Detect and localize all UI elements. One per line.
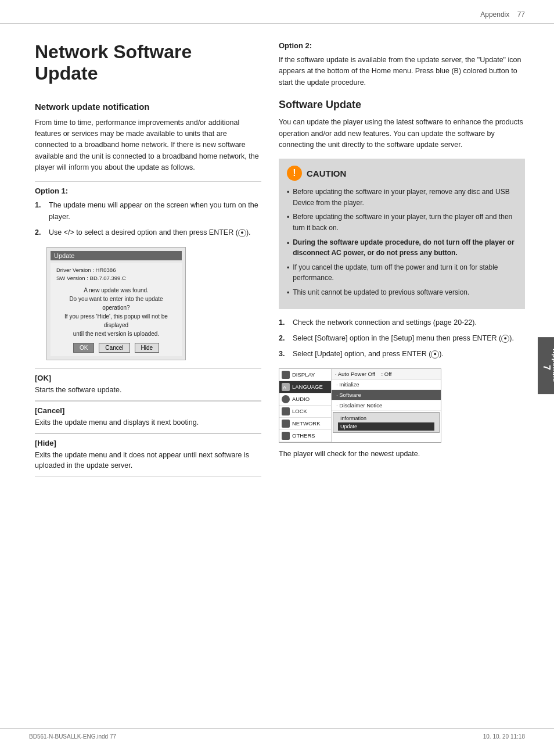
step-text: Use </> to select a desired option and t…	[49, 227, 251, 238]
caution-icon: !	[287, 166, 302, 181]
menu-audio: AUDIO	[279, 393, 331, 406]
side-tab-number: 7	[541, 353, 552, 382]
menu-label: DISPLAY	[292, 371, 315, 378]
right-column: Option 2: If the software update is avai…	[279, 41, 525, 476]
software-update-section: Software Update You can update the playe…	[279, 96, 525, 151]
menu-others: OTHERS	[279, 430, 331, 442]
enter-icon: ●	[431, 350, 439, 359]
menu-lock: LOCK	[279, 406, 331, 418]
option1-steps: 1. The update menu will appear on the sc…	[35, 200, 261, 238]
header-text: Appendix 77	[480, 10, 525, 19]
step-text: Select [Update] option, and press ENTER …	[293, 349, 444, 360]
menu-network: NETWORK	[279, 418, 331, 430]
caution-box: ! CAUTION • Before updating the software…	[279, 159, 525, 309]
setup-left-menu: DISPLAY A LANGUAGE AUDIO	[279, 369, 332, 442]
option1-step1: 1. The update menu will appear on the sc…	[35, 200, 261, 223]
caution-text: Before updating the software in your pla…	[293, 212, 517, 233]
submenu-software: · Software	[332, 390, 441, 400]
left-column: Network SoftwareUpdate Network update no…	[35, 41, 261, 476]
side-tab-label: Appendix	[552, 349, 554, 382]
update-dialog: Update Driver Version : HR0386 SW Versio…	[46, 247, 186, 361]
bullet-icon: •	[287, 212, 289, 233]
right-step-3: 3. Select [Update] option, and press ENT…	[279, 349, 525, 360]
ok-desc: Starts the software update.	[35, 385, 261, 396]
option2-heading: Option 2:	[279, 41, 525, 50]
software-update-heading: Software Update	[279, 96, 525, 111]
caution-item-1: • Before updating the software in your p…	[287, 187, 517, 208]
page-header: Appendix 77	[0, 0, 554, 24]
bullet-icon: •	[287, 238, 289, 259]
dialog-version1: Driver Version : HR0386 SW Version : BD.…	[56, 266, 176, 283]
submenu-initialize: · Initialize	[332, 379, 441, 390]
menu-label: AUDIO	[292, 396, 310, 402]
caution-header: ! CAUTION	[287, 166, 517, 181]
dialog-title: Update	[51, 251, 182, 260]
step-num: 1.	[35, 200, 45, 223]
caution-item-5: • This unit cannot be updated to previou…	[287, 287, 517, 299]
section1-heading: Network update notification	[35, 102, 261, 112]
display-icon	[282, 371, 290, 379]
network-icon	[282, 420, 290, 428]
right-step-1: 1. Check the network connection and sett…	[279, 317, 525, 328]
step-num: 2.	[279, 333, 289, 344]
setup-right-top: · Auto Power Off : Off	[332, 369, 441, 379]
bullet-icon: •	[287, 187, 289, 208]
section1-body: From time to time, performance improveme…	[35, 117, 261, 174]
menu-display: DISPLAY	[279, 369, 331, 381]
bullet-icon: •	[287, 288, 289, 299]
hide-button[interactable]: Hide	[135, 343, 160, 353]
submenu-disclaimer: · Disclaimer Notice	[332, 400, 441, 411]
ok-button[interactable]: OK	[73, 343, 94, 353]
caution-text: This unit cannot be updated to previous …	[293, 287, 469, 299]
caution-item-2: • Before updating the software in your p…	[287, 212, 517, 233]
option1-step2: 2. Use </> to select a desired option an…	[35, 227, 261, 238]
caution-list: • Before updating the software in your p…	[287, 187, 517, 298]
hide-label: [Hide]	[35, 439, 261, 447]
dialog-buttons: OK Cancel Hide	[56, 343, 176, 353]
step-num: 3.	[279, 349, 289, 360]
dialog-body: Driver Version : HR0386 SW Version : BD.…	[51, 263, 182, 357]
setup-right-panel: · Auto Power Off : Off · Initialize · So…	[332, 369, 441, 442]
cancel-button[interactable]: Cancel	[99, 343, 129, 353]
caution-text: If you cancel the update, turn off the p…	[293, 262, 517, 284]
software-update-body: You can update the player using the late…	[279, 117, 525, 151]
side-tab: 7 Appendix	[538, 337, 554, 394]
right-steps: 1. Check the network connection and sett…	[279, 317, 525, 360]
menu-label: OTHERS	[292, 432, 315, 439]
caution-item-3: • During the software update procedure, …	[287, 237, 517, 259]
caution-text: During the software update procedure, do…	[293, 237, 517, 259]
right-step-2: 2. Select [Software] option in the [Setu…	[279, 333, 525, 344]
footer-left: BD561-N-BUSALLK-ENG.indd 77	[29, 733, 116, 740]
player-check-text: The player will check for the newest upd…	[279, 449, 525, 460]
step-text: Check the network connection and setting…	[293, 317, 477, 328]
main-content: Network SoftwareUpdate Network update no…	[0, 24, 554, 494]
option2-body: If the software update is available from…	[279, 55, 525, 88]
page-title: Network SoftwareUpdate	[35, 41, 261, 84]
language-icon: A	[282, 383, 290, 391]
option2-section: Option 2: If the software update is avai…	[279, 41, 525, 88]
footer-right: 10. 10. 20 11:18	[483, 733, 525, 740]
network-update-notification-section: Network update notification From time to…	[35, 102, 261, 174]
popup-update: Update	[338, 422, 434, 431]
dialog-message: A new update was found. Do you want to e…	[56, 286, 176, 338]
ok-section: [OK] Starts the software update.	[35, 368, 261, 401]
cancel-desc: Exits the update menu and displays it ne…	[35, 417, 261, 428]
setup-popup: Information Update	[333, 412, 440, 433]
popup-information: Information	[338, 414, 434, 422]
cancel-section: [Cancel] Exits the update menu and displ…	[35, 401, 261, 433]
setup-screenshot-inner: DISPLAY A LANGUAGE AUDIO	[279, 369, 441, 442]
enter-icon: ●	[501, 335, 509, 343]
step-text: The update menu will appear on the scree…	[49, 200, 261, 223]
svg-text:A: A	[283, 385, 286, 390]
page-footer: BD561-N-BUSALLK-ENG.indd 77 10. 10. 20 1…	[0, 728, 554, 744]
setup-screenshot: DISPLAY A LANGUAGE AUDIO	[279, 368, 441, 443]
bullet-icon: •	[287, 263, 289, 284]
header-section: Appendix	[480, 10, 509, 19]
caution-item-4: • If you cancel the update, turn off the…	[287, 262, 517, 284]
ok-label: [OK]	[35, 374, 261, 382]
caution-text: Before updating the software in your pla…	[293, 187, 517, 208]
option1-heading: Option 1:	[35, 187, 261, 195]
cancel-label: [Cancel]	[35, 406, 261, 415]
step-num: 1.	[279, 317, 289, 328]
lock-icon	[282, 407, 290, 415]
